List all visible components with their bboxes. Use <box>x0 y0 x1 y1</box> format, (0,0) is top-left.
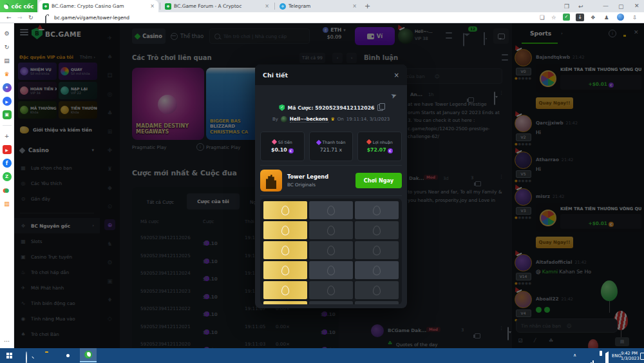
egg-icon <box>327 246 335 255</box>
profile-avatar[interactable] <box>617 14 624 21</box>
browser-addressbar: ← → ↻ bc.game/vi/game/tower-legend ❏ ☆ ✓… <box>0 12 644 23</box>
tower-cell[interactable] <box>309 201 353 219</box>
tower-cell[interactable] <box>263 221 307 239</box>
tab-telegram[interactable]: ✈ Telegram × <box>276 0 361 12</box>
person-flag-icon[interactable]: ♟ <box>604 14 609 21</box>
add-icon[interactable]: + <box>3 132 12 141</box>
tower-cell[interactable] <box>309 261 353 279</box>
egg-icon <box>327 226 335 235</box>
bet-stats: Số tiền $0.10C Thanh toán 721.71 x Lợi n… <box>260 132 402 161</box>
facebook-icon[interactable]: f <box>3 159 12 168</box>
egg-icon <box>281 266 289 275</box>
close-button[interactable]: ✕ <box>634 3 639 9</box>
stat-box: Lợi nhuận $72.07C <box>357 132 402 161</box>
copy-icon[interactable] <box>377 104 383 111</box>
games-icon[interactable]: ▣ <box>3 110 12 119</box>
browser-tabstrip: cốc cốc ❖ BC.Game: Crypto Casino Gam × ❖… <box>0 0 644 12</box>
tab-close-icon[interactable]: × <box>265 3 269 9</box>
cart-icon[interactable]: ▥ <box>3 199 12 208</box>
bet-time: 19:11:14, 3/1/2023 <box>346 117 390 122</box>
tower-row <box>263 221 399 239</box>
speaker-icon[interactable] <box>605 351 609 363</box>
tower-row <box>263 241 399 259</box>
color-dot-icon[interactable]: ● <box>3 186 12 195</box>
tower-grid <box>260 199 402 304</box>
stat-box: Số tiền $0.10C <box>260 132 305 161</box>
tower-legend-thumbnail[interactable] <box>260 170 282 191</box>
start-button[interactable] <box>6 353 12 358</box>
tower-cell[interactable] <box>309 241 353 259</box>
mini-avatar <box>281 116 287 123</box>
reload-icon[interactable]: ↻ <box>28 14 33 21</box>
tray-expand-icon[interactable]: ∧ <box>573 353 576 358</box>
tower-cell[interactable] <box>309 301 353 304</box>
tab-close-icon[interactable]: × <box>150 3 155 9</box>
taskbar-search-icon[interactable] <box>26 351 27 363</box>
new-tab-button[interactable]: + <box>365 2 370 10</box>
stat-icon <box>272 139 277 144</box>
zalo-chat-icon[interactable]: Z <box>3 172 12 181</box>
language-label[interactable]: ENG <box>612 353 621 358</box>
egg-icon <box>373 266 381 275</box>
tower-cell[interactable] <box>263 301 307 304</box>
url-text[interactable]: bc.game/vi/game/tower-legend <box>54 15 129 21</box>
extension-icon[interactable]: ❖ <box>591 14 596 21</box>
tower-cell[interactable] <box>355 281 399 299</box>
egg-icon <box>327 286 335 295</box>
egg-icon <box>281 286 289 295</box>
coccoc-taskbar-icon[interactable] <box>80 348 97 362</box>
back-to-app-icon[interactable]: ↩ <box>578 3 583 10</box>
modal-title: Chi tiết <box>263 72 288 79</box>
tab-close-icon[interactable]: × <box>352 3 357 9</box>
maximize-button[interactable]: ▢ <box>618 3 624 10</box>
tower-cell[interactable] <box>355 221 399 239</box>
tower-cell[interactable] <box>263 281 307 299</box>
more-icon[interactable]: ⋯ <box>4 338 10 344</box>
egg-icon <box>281 226 289 235</box>
cast-icon[interactable]: ❐ <box>564 3 569 10</box>
media-icon[interactable]: ▶ <box>3 97 12 106</box>
tower-cell[interactable] <box>263 261 307 279</box>
downloads-tray-icon[interactable]: ⇩ <box>632 14 637 21</box>
tower-row <box>263 201 399 219</box>
crown-icon: ♛ <box>331 117 335 122</box>
messenger-icon[interactable]: ✦ <box>3 83 12 92</box>
tower-cell[interactable] <box>355 301 399 304</box>
egg-icon <box>281 246 289 255</box>
tab-bc-forum[interactable]: ❖ BC.Game Forum - A Cryptoc × <box>161 0 273 12</box>
bet-details-modal: Chi tiết × ➤ ✓ Mã Cược: 5920523941211202… <box>255 64 407 308</box>
stat-icon <box>366 139 371 144</box>
adblock-shield-icon[interactable]: ✓ <box>563 14 570 21</box>
bookmark-star-icon[interactable]: ☆ <box>551 14 556 21</box>
tower-cell[interactable] <box>309 281 353 299</box>
download-badge-icon[interactable]: ↓ <box>576 14 584 21</box>
game-provider: BC Originals <box>287 182 328 188</box>
youtube-icon[interactable]: ▶ <box>3 145 12 154</box>
tab-separator <box>274 3 275 10</box>
tower-cell[interactable] <box>355 201 399 219</box>
screen: cốc cốc ❖ BC.Game: Crypto Casino Gam × ❖… <box>0 0 644 363</box>
tower-cell[interactable] <box>263 241 307 259</box>
crown-icon[interactable]: ♛ <box>3 70 12 79</box>
play-now-button[interactable]: Chơi Ngay <box>355 173 402 188</box>
tower-cell[interactable] <box>263 201 307 219</box>
forward-icon[interactable]: → <box>17 14 23 21</box>
clock[interactable]: 9:42 PM1/3/2023 <box>621 351 638 362</box>
tower-cell[interactable] <box>309 221 353 239</box>
modal-close-icon[interactable]: × <box>394 72 399 79</box>
reading-list-icon[interactable]: ▤ <box>3 56 12 65</box>
notification-center-icon[interactable] <box>640 353 644 360</box>
gear-icon[interactable]: ⚙ <box>3 29 12 38</box>
history-icon[interactable]: ↻ <box>3 43 12 52</box>
tower-cell[interactable] <box>355 261 399 279</box>
tower-cell[interactable] <box>355 241 399 259</box>
share-icon[interactable]: ➤ <box>390 91 398 101</box>
tab-bc-game[interactable]: ❖ BC.Game: Crypto Casino Gam × <box>39 0 158 12</box>
reader-icon[interactable]: ❏ <box>540 14 545 21</box>
bet-user[interactable]: Hell~-beckons <box>290 116 328 123</box>
telegram-favicon-icon: ✈ <box>279 3 286 10</box>
minimize-button[interactable]: — <box>603 3 609 9</box>
coccoc-brand[interactable]: cốc cốc <box>0 0 37 12</box>
back-icon[interactable]: ← <box>6 14 12 21</box>
divider[interactable] <box>3 125 12 126</box>
